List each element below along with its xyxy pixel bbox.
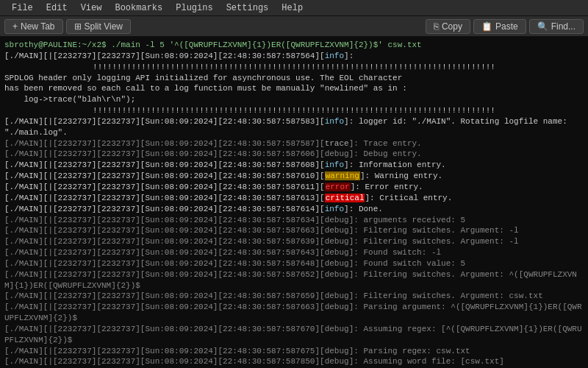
copy-label: Copy bbox=[442, 21, 462, 32]
output-line: [./MAIN][|[2232737][2232737][Sun:08:09:2… bbox=[4, 225, 584, 236]
new-tab-button[interactable]: + New Tab bbox=[4, 19, 63, 34]
output-line: !!!!!!!!!!!!!!!!!!!!!!!!!!!!!!!!!!!!!!!!… bbox=[4, 105, 584, 116]
new-tab-label: New Tab bbox=[21, 21, 54, 32]
split-view-label: Split View bbox=[85, 21, 123, 32]
output-line: [./MAIN][|[2232737][2232737][Sun:08:09:2… bbox=[4, 236, 584, 247]
search-icon: 🔍 bbox=[537, 21, 548, 32]
menu-plugins[interactable]: Plugins bbox=[170, 1, 218, 15]
menu-file[interactable]: File bbox=[6, 1, 39, 15]
output-line: [./MAIN][|[2232737][2232737][Sun:08:09:2… bbox=[4, 149, 584, 160]
output-line: [./MAIN][|[2232737][2232737][Sun:08:09:2… bbox=[4, 356, 584, 367]
output-line: !!!!!!!!!!!!!!!!!!!!!!!!!!!!!!!!!!!!!!!!… bbox=[4, 62, 584, 73]
output-line: [./MAIN][|[2232737][2232737][Sun:08:09:2… bbox=[4, 258, 584, 269]
menu-settings[interactable]: Settings bbox=[220, 1, 275, 15]
output-line: [./MAIN][|[2232737][2232737][Sun:08:09:2… bbox=[4, 269, 584, 291]
find-label: Find... bbox=[551, 21, 576, 32]
copy-icon: ⎘ bbox=[434, 21, 439, 32]
output-line: [./MAIN][|[2232737][2232737][Sun:08:09:2… bbox=[4, 51, 584, 62]
plus-icon: + bbox=[12, 21, 18, 32]
toolbar: + New Tab ⊞ Split View ⎘ Copy 📋 Paste 🔍 … bbox=[0, 16, 588, 37]
output-line: [./MAIN][|[2232737][2232737][Sun:08:09:2… bbox=[4, 302, 584, 324]
output-line: SPDLOG header only logging API initializ… bbox=[4, 73, 584, 84]
terminal[interactable]: sbrothy@PAULINE:~/x2$ ./main -l 5 '^([QW… bbox=[0, 37, 588, 368]
output-line: [./MAIN][|[2232737][2232737][Sun:08:09:2… bbox=[4, 291, 584, 302]
output-line: [./MAIN][|[2232737][2232737][Sun:08:09:2… bbox=[4, 171, 584, 182]
menu-edit[interactable]: Edit bbox=[40, 1, 74, 15]
output-line: [./MAIN][|[2232737][2232737][Sun:08:09:2… bbox=[4, 324, 584, 346]
output-line: log->trace("blah\r\n"); bbox=[4, 94, 584, 105]
split-icon: ⊞ bbox=[74, 21, 82, 32]
menu-view[interactable]: View bbox=[75, 1, 108, 15]
output-line: [./MAIN][|[2232737][2232737][Sun:08:09:2… bbox=[4, 138, 584, 149]
output-line: [./MAIN][|[2232737][2232737][Sun:08:09:2… bbox=[4, 182, 584, 193]
paste-icon: 📋 bbox=[481, 21, 492, 32]
menu-bookmarks[interactable]: Bookmarks bbox=[109, 1, 168, 15]
output-line: [./MAIN][|[2232737][2232737][Sun:08:09:2… bbox=[4, 247, 584, 258]
output-line: has been removed so each call to a log f… bbox=[4, 83, 584, 94]
copy-button[interactable]: ⎘ Copy bbox=[426, 19, 470, 34]
paste-button[interactable]: 📋 Paste bbox=[473, 19, 526, 34]
command-line: sbrothy@PAULINE:~/x2$ ./main -l 5 '^([QW… bbox=[4, 40, 584, 51]
paste-label: Paste bbox=[495, 21, 518, 32]
menu-help[interactable]: Help bbox=[276, 1, 309, 15]
menubar: File Edit View Bookmarks Plugins Setting… bbox=[0, 0, 588, 16]
split-view-button[interactable]: ⊞ Split View bbox=[66, 19, 131, 34]
output-line: [./MAIN][|[2232737][2232737][Sun:08:09:2… bbox=[4, 215, 584, 226]
output-line: [./MAIN][|[2232737][2232737][Sun:08:09:2… bbox=[4, 160, 584, 171]
output-line: [./MAIN][|[2232737][2232737][Sun:08:09:2… bbox=[4, 193, 584, 204]
find-button[interactable]: 🔍 Find... bbox=[529, 19, 584, 34]
output-line: [./MAIN][|[2232737][2232737][Sun:08:09:2… bbox=[4, 346, 584, 357]
output-line: [./MAIN][|[2232737][2232737][Sun:08:09:2… bbox=[4, 204, 584, 215]
output-line: [./MAIN][|[2232737][2232737][Sun:08:09:2… bbox=[4, 116, 584, 138]
